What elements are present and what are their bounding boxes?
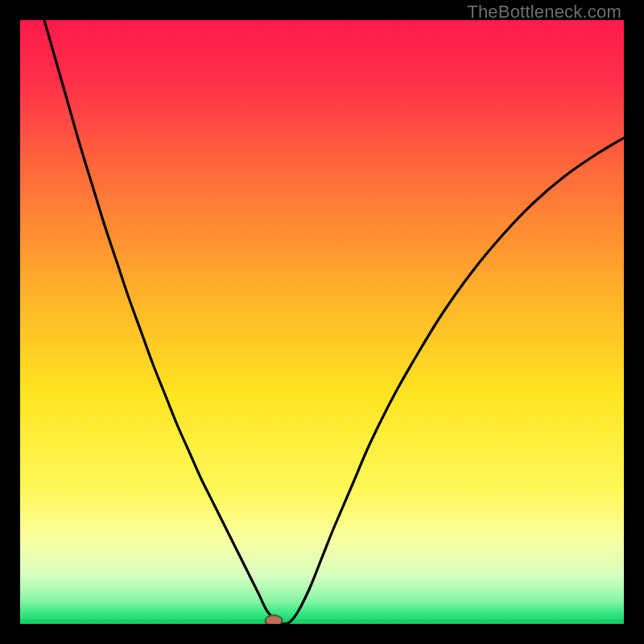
watermark-text: TheBottleneck.com xyxy=(467,2,621,23)
gradient-background xyxy=(20,20,624,624)
chart-svg xyxy=(20,20,624,624)
minimum-marker xyxy=(266,615,283,624)
chart-frame xyxy=(20,20,624,624)
